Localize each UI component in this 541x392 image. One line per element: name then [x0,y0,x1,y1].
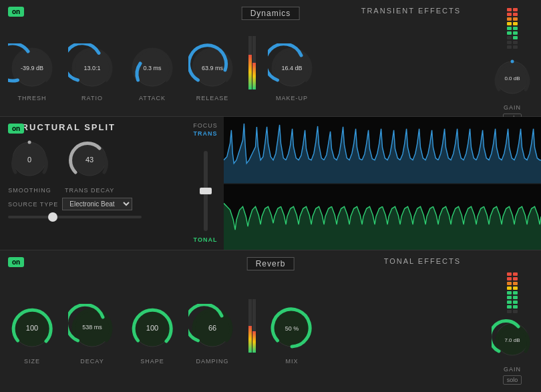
reverb-gain-label: GAIN [504,366,521,373]
svg-text:-39.9 dB: -39.9 dB [21,65,43,71]
shape-label: SHAPE [140,358,164,365]
thresh-knob-container: -39.9 dB THRESH [8,43,56,102]
svg-text:0: 0 [27,156,31,164]
structural-title: STRUCTURAL SPLIT [8,122,116,132]
smoothing-label: SMOOTHING [8,187,51,194]
size-knob-container: 100 SIZE [8,304,56,365]
release-knob-container: 63.9 ms RELEASE [188,43,236,102]
transient-effects-title: TRANSIENT EFFECTS [361,7,461,15]
structural-on-button[interactable]: on [8,124,24,134]
makeup-label: MAKE-UP [276,95,308,102]
thresh-knob[interactable]: -39.9 dB [8,43,56,91]
size-label: SIZE [24,358,40,365]
reverb-knobs: 100 SIZE 538 ms DECAY [8,299,485,365]
focus-slider-thumb[interactable] [200,188,212,194]
structural-section: on STRUCTURAL SPLIT 0 SMOOTHING [0,117,541,250]
release-knob[interactable]: 63.9 ms [188,43,236,91]
reverb-on-button[interactable]: on [8,257,24,267]
reverb-label: Reverb [247,257,295,270]
waveform-display [224,117,541,250]
svg-text:13.0:1: 13.0:1 [83,65,100,71]
source-type-label: SOURCE TYPE [8,201,58,208]
trans-decay-label: TRANS DECAY [65,187,114,194]
ratio-knob[interactable]: 13.0:1 [68,43,116,91]
waveform-svg [224,117,541,250]
makeup-knob-container: 16.4 dB MAKE-UP [268,43,316,102]
decay-knob[interactable]: 538 ms [68,304,116,355]
svg-text:7.0 dB: 7.0 dB [504,337,520,343]
source-type-row: SOURCE TYPE Electronic Beat Acoustic Dru… [8,198,179,210]
reverb-solo-button[interactable]: solo [503,375,522,385]
tonal-label: TONAL [194,236,218,243]
source-type-select[interactable]: Electronic Beat Acoustic Drums Full Mix [62,198,132,210]
focus-column: FOCUS TRANS TONAL [187,117,224,250]
reverb-level-meter [248,299,256,353]
trans-decay-knob-container: 43 TRANS DECAY [65,138,114,194]
horizontal-slider-track[interactable] [8,216,142,218]
dynamics-knobs: -39.9 dB THRESH 13.0:1 RATIO [8,36,485,102]
dynamics-section: on Dynamics TRANSIENT EFFECTS -39.9 dB T… [0,0,541,117]
level-meter [248,36,256,89]
reverb-section: on Reverb TONAL EFFECTS 100 SIZE [0,250,541,392]
mix-label: MIX [285,358,298,365]
attack-label: ATTACK [139,95,166,102]
damping-label: DAMPING [196,358,228,365]
transient-gain-knob[interactable]: 0.0 dB [492,57,533,101]
thresh-label: THRESH [17,95,46,102]
smoothing-knob-container: 0 SMOOTHING [8,138,51,194]
svg-text:66: 66 [208,324,216,332]
transient-gain-label: GAIN [504,104,521,111]
shape-knob[interactable]: 100 [128,304,176,355]
release-label: RELEASE [196,95,229,102]
dynamics-label: Dynamics [242,7,300,20]
makeup-knob[interactable]: 16.4 dB [268,43,316,91]
ratio-label: RATIO [81,95,103,102]
mix-knob-container: 50 % MIX [268,304,316,365]
trans-decay-knob[interactable]: 43 [68,138,112,184]
svg-text:50 %: 50 % [285,325,299,332]
smoothing-knob[interactable]: 0 [8,138,51,184]
dynamics-gain-section: 0.0 dB GAIN solo [492,0,533,123]
reverb-gain-knob[interactable]: 7.0 dB [492,319,533,363]
reverb-gain-knob-container: 7.0 dB GAIN [492,319,533,373]
structural-knobs: 0 SMOOTHING 43 TRANS [8,138,179,194]
main-container: on Dynamics TRANSIENT EFFECTS -39.9 dB T… [0,0,541,392]
damping-knob[interactable]: 66 [188,304,236,355]
reverb-gain-section: 7.0 dB GAIN solo [492,260,533,385]
focus-slider-container [204,137,208,244]
svg-text:100: 100 [26,324,38,332]
attack-knob[interactable]: 0.3 ms [128,43,176,91]
structural-header: on STRUCTURAL SPLIT [8,122,179,132]
svg-text:0.3 ms: 0.3 ms [143,65,162,71]
decay-label: DECAY [80,358,104,365]
trans-label: TRANS [194,130,218,137]
svg-text:63.9 ms: 63.9 ms [202,65,224,71]
horizontal-slider-thumb[interactable] [48,212,57,222]
decay-knob-container: 538 ms DECAY [68,304,116,365]
dynamics-on-button[interactable]: on [8,7,24,17]
svg-text:16.4 dB: 16.4 dB [281,65,302,71]
svg-text:43: 43 [85,156,94,164]
focus-slider-track[interactable] [204,151,208,231]
svg-rect-17 [224,184,541,184]
ratio-knob-container: 13.0:1 RATIO [68,43,116,102]
mix-knob[interactable]: 50 % [268,304,316,355]
damping-knob-container: 66 DAMPING [188,304,236,365]
attack-knob-container: 0.3 ms ATTACK [128,43,176,102]
tonal-effects-title: TONAL EFFECTS [384,257,461,265]
size-knob[interactable]: 100 [8,304,56,355]
transient-gain-knob-container: 0.0 dB GAIN [492,57,533,111]
structural-left: on STRUCTURAL SPLIT 0 SMOOTHING [0,117,187,250]
shape-knob-container: 100 SHAPE [128,304,176,365]
svg-text:0.0 dB: 0.0 dB [504,75,520,81]
focus-label: FOCUS [193,122,218,129]
svg-text:538 ms: 538 ms [82,324,102,331]
svg-text:100: 100 [146,324,158,332]
